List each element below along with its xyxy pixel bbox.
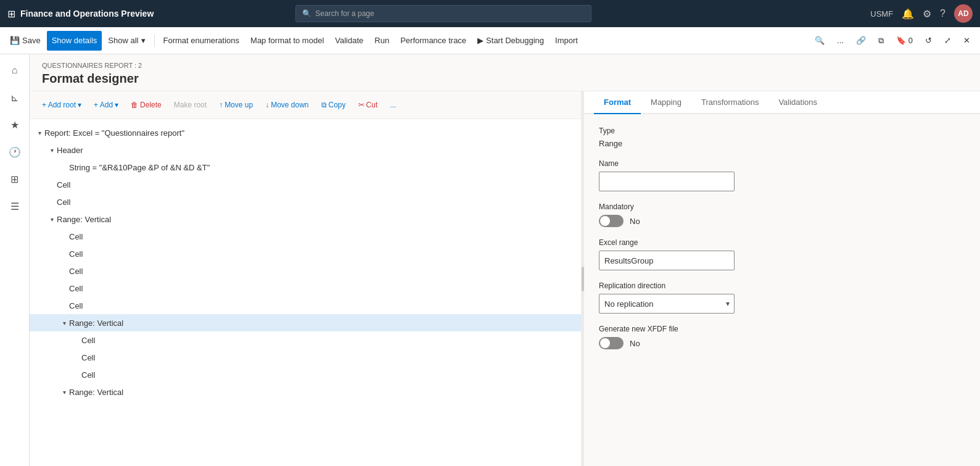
tree-node[interactable]: Cell <box>30 366 581 383</box>
tree-node[interactable]: ▾ Header <box>30 141 581 159</box>
toggle-icon[interactable]: ▾ <box>47 147 57 154</box>
top-nav: ⊞ Finance and Operations Preview 🔍 Searc… <box>0 0 980 27</box>
search-bar[interactable]: 🔍 Search for a page <box>295 5 591 22</box>
node-text: String = "&R&10Page &P of &N &D &T" <box>69 163 571 172</box>
run-button[interactable]: Run <box>369 31 394 51</box>
copy-icon: ⧉ <box>321 101 327 109</box>
format-enumerations-button[interactable]: Format enumerations <box>159 31 245 51</box>
sidebar-icon-workspaces[interactable]: ⊞ <box>4 168 26 190</box>
tree-node[interactable]: Cell <box>30 349 581 366</box>
tree-node[interactable]: ▾ Range: Vertical <box>30 210 581 228</box>
debug-icon: ▶ <box>477 36 484 45</box>
show-details-button[interactable]: Show details <box>47 31 102 51</box>
search-placeholder: Search for a page <box>315 9 374 18</box>
tree-node[interactable]: String = "&R&10Page &P of &N &D &T" <box>30 159 581 176</box>
tree-content[interactable]: ▾ Report: Excel = "Questionnaires report… <box>30 119 581 466</box>
node-text: Range: Vertical <box>69 318 571 328</box>
help-icon[interactable]: ? <box>940 8 945 19</box>
replication-direction-select[interactable]: No replicationVerticalHorizontal <box>599 294 735 314</box>
more-toolbar-button[interactable]: ... <box>832 31 849 51</box>
bell-icon[interactable]: 🔔 <box>902 8 914 20</box>
toggle-icon[interactable]: ▾ <box>47 216 57 223</box>
tree-node[interactable]: Cell <box>30 228 581 245</box>
tree-node[interactable]: Cell <box>30 280 581 297</box>
move-up-button[interactable]: ↑ Move up <box>214 96 258 114</box>
add-button[interactable]: + Add ▾ <box>89 96 123 114</box>
excel-range-input[interactable] <box>599 251 735 270</box>
name-label: Name <box>599 159 965 168</box>
link-button[interactable]: 🔗 <box>851 31 871 51</box>
top-nav-right: USMF 🔔 ⚙ ? AD <box>870 4 973 23</box>
tree-node[interactable]: Cell <box>30 262 581 280</box>
resize-handle[interactable] <box>582 91 584 466</box>
tree-node[interactable]: Cell <box>30 193 581 210</box>
tree-node[interactable]: Cell <box>30 176 581 193</box>
map-format-button[interactable]: Map format to model <box>245 31 329 51</box>
toggle-icon[interactable]: ▾ <box>59 320 69 327</box>
tree-node[interactable]: Cell <box>30 245 581 262</box>
generate-xfdf-toggle[interactable] <box>599 337 624 349</box>
node-text: Cell <box>69 301 571 310</box>
tree-node[interactable]: ▾ Range: Vertical <box>30 314 581 331</box>
more-tree-button[interactable]: ... <box>385 96 401 114</box>
panel-button[interactable]: ⧉ <box>873 31 889 51</box>
sidebar-icon-filter[interactable]: ⊾ <box>4 86 26 109</box>
tree-node[interactable]: ▾ Range: Vertical <box>30 383 581 401</box>
name-input[interactable] <box>599 172 735 191</box>
delete-button[interactable]: 🗑 Delete <box>126 96 167 114</box>
props-tab-mapping[interactable]: Mapping <box>641 91 691 114</box>
sidebar-icon-favorites[interactable]: ★ <box>4 114 26 136</box>
sidebar-icon-recent[interactable]: 🕐 <box>4 141 26 163</box>
toggle-icon[interactable]: ▾ <box>35 130 44 136</box>
page-header: QUESTIONNAIRES REPORT : 2 Format designe… <box>30 54 980 91</box>
make-root-button[interactable]: Make root <box>169 96 212 114</box>
bookmark-count-button[interactable]: 🔖 0 <box>891 31 918 51</box>
close-button[interactable]: ✕ <box>958 31 975 51</box>
node-text: Cell <box>69 284 571 293</box>
mandatory-toggle-row: No <box>599 215 965 227</box>
editor-area: + Add root ▾ + Add ▾ 🗑 Delete Make root <box>30 91 980 466</box>
search-toolbar-button[interactable]: 🔍 <box>810 31 830 51</box>
cut-button[interactable]: ✂ Cut <box>353 96 383 114</box>
props-tabs: FormatMappingTransformationsValidations <box>584 91 980 114</box>
sidebar-icon-list[interactable]: ☰ <box>4 195 26 217</box>
start-debugging-button[interactable]: ▶ Start Debugging <box>472 31 549 51</box>
move-down-button[interactable]: ↓ Move down <box>260 96 313 114</box>
performance-trace-button[interactable]: Performance trace <box>395 31 471 51</box>
props-tab-transformations[interactable]: Transformations <box>691 91 768 114</box>
node-text: Range: Vertical <box>57 215 571 224</box>
arrow-up-icon: ↑ <box>219 101 223 109</box>
gear-icon[interactable]: ⚙ <box>923 8 931 20</box>
props-tab-validations[interactable]: Validations <box>768 91 827 114</box>
copy-button[interactable]: ⧉ Copy <box>316 96 351 114</box>
tree-panel: + Add root ▾ + Add ▾ 🗑 Delete Make root <box>30 91 582 466</box>
chevron-down-icon: ▾ <box>141 36 146 45</box>
import-button[interactable]: Import <box>550 31 583 51</box>
tree-node[interactable]: Cell <box>30 297 581 314</box>
node-text: Cell <box>69 249 571 259</box>
props-tab-format[interactable]: Format <box>594 91 641 114</box>
main-toolbar: 💾 Save Show details Show all ▾ Format en… <box>0 27 980 54</box>
user-avatar[interactable]: AD <box>954 4 973 23</box>
excel-range-label: Excel range <box>599 238 965 247</box>
node-text: Cell <box>69 267 571 276</box>
refresh-button[interactable]: ↺ <box>920 31 937 51</box>
grid-icon[interactable]: ⊞ <box>7 8 15 20</box>
add-root-button[interactable]: + Add root ▾ <box>37 96 86 114</box>
sidebar-icon-home[interactable]: ⌂ <box>4 59 26 81</box>
properties-panel: FormatMappingTransformationsValidations … <box>584 91 980 466</box>
save-button[interactable]: 💾 Save <box>5 31 46 51</box>
prop-generate-xfdf: Generate new XFDF file No <box>599 325 965 349</box>
generate-xfdf-value: No <box>630 339 640 348</box>
props-content: Type Range Name Mandatory No <box>584 114 980 466</box>
tree-node[interactable]: ▾ Report: Excel = "Questionnaires report… <box>30 124 581 141</box>
type-value: Range <box>599 139 965 148</box>
show-all-button[interactable]: Show all ▾ <box>103 31 150 51</box>
validate-button[interactable]: Validate <box>330 31 368 51</box>
toggle-icon[interactable]: ▾ <box>59 389 69 396</box>
generate-xfdf-label: Generate new XFDF file <box>599 325 965 333</box>
popout-button[interactable]: ⤢ <box>939 31 956 51</box>
tree-node[interactable]: Cell <box>30 331 581 349</box>
mandatory-label: Mandatory <box>599 202 965 211</box>
mandatory-toggle[interactable] <box>599 215 624 227</box>
